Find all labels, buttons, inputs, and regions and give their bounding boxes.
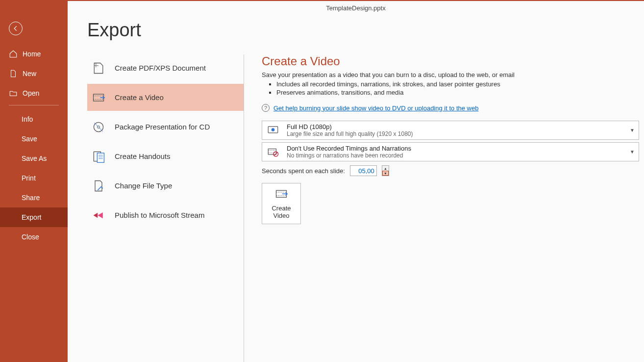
create-btn-line2: Video [272, 212, 291, 219]
create-video-icon [273, 188, 289, 202]
sidebar-label: Open [23, 89, 39, 97]
video-quality-dropdown[interactable]: Full HD (1080p) Large file size and full… [262, 121, 639, 140]
seconds-spinner: ▲ ▼ [382, 165, 389, 176]
create-btn-line1: Create [272, 205, 291, 212]
create-video-button[interactable]: Create Video [262, 183, 301, 224]
video-icon [91, 90, 106, 105]
chevron-down-icon: ▼ [630, 149, 635, 155]
page-title: Export [87, 20, 644, 41]
back-button[interactable] [9, 22, 23, 35]
pdf-icon [91, 61, 106, 76]
sidebar-save-as[interactable]: Save As [0, 149, 68, 168]
sidebar-label: Save As [22, 155, 47, 162]
spin-up[interactable]: ▲ [382, 166, 389, 171]
sidebar-separator [9, 105, 59, 105]
export-option-video[interactable]: Create a Video [87, 84, 244, 111]
new-doc-icon [9, 69, 18, 78]
chevron-down-icon: ▼ [630, 128, 635, 133]
handouts-icon [91, 149, 106, 164]
dropdown-title: Don't Use Recorded Timings and Narration… [287, 145, 623, 152]
sidebar-label: Close [22, 233, 39, 241]
export-option-stream[interactable]: Publish to Microsoft Stream [87, 202, 244, 229]
export-option-change-type[interactable]: Change File Type [87, 172, 244, 199]
export-option-label: Create a Video [115, 93, 164, 102]
sidebar-export[interactable]: Export [0, 207, 68, 227]
seconds-label: Seconds spent on each slide: [262, 167, 345, 175]
detail-bullet: Preserves animations, transitions, and m… [276, 89, 639, 96]
no-timings-icon [266, 145, 280, 159]
sidebar-share[interactable]: Share [0, 188, 68, 207]
svg-rect-4 [97, 153, 104, 162]
detail-bullet: Includes all recorded timings, narration… [276, 80, 639, 88]
sidebar-label: Print [22, 174, 36, 182]
sidebar-open[interactable]: Open [0, 83, 68, 103]
backstage-sidebar: Home New Open Info Save Save As Print Sh… [0, 0, 68, 362]
timings-dropdown[interactable]: Don't Use Recorded Timings and Narration… [262, 142, 639, 161]
help-link[interactable]: Get help burning your slide show video t… [273, 104, 478, 112]
sidebar-label: Export [22, 213, 41, 221]
sidebar-label: Share [22, 194, 40, 202]
window-title: TemplateDesign.pptx [326, 4, 385, 12]
dropdown-desc: No timings or narrations have been recor… [287, 152, 623, 159]
export-option-label: Publish to Microsoft Stream [115, 211, 204, 219]
arrow-left-icon [12, 25, 19, 32]
export-option-handouts[interactable]: Create Handouts [87, 143, 244, 170]
sidebar-label: Home [23, 50, 41, 58]
seconds-input[interactable] [350, 165, 377, 176]
sidebar-label: Save [22, 135, 37, 143]
detail-subtitle: Save your presentation as a video that y… [262, 71, 639, 78]
sidebar-info[interactable]: Info [0, 109, 68, 129]
detail-bullets: Includes all recorded timings, narration… [262, 80, 639, 96]
export-option-label: Create Handouts [115, 152, 170, 160]
dropdown-title: Full HD (1080p) [287, 123, 623, 130]
help-icon: ? [262, 104, 270, 112]
home-icon [9, 50, 18, 58]
sidebar-close[interactable]: Close [0, 227, 68, 247]
cd-icon [91, 120, 106, 134]
export-option-label: Create PDF/XPS Document [115, 64, 206, 72]
sidebar-home[interactable]: Home [0, 44, 68, 64]
export-options-list: Create PDF/XPS Document Create a Video [87, 54, 244, 362]
dropdown-desc: Large file size and full high quality (1… [287, 130, 623, 137]
sidebar-save[interactable]: Save [0, 129, 68, 149]
open-folder-icon [9, 89, 18, 98]
filetype-icon [91, 179, 106, 193]
stream-icon [91, 208, 106, 223]
window-title-bar: TemplateDesign.pptx [68, 0, 644, 15]
sidebar-print[interactable]: Print [0, 168, 68, 188]
sidebar-label: New [23, 70, 36, 78]
export-option-label: Package Presentation for CD [115, 123, 210, 131]
monitor-icon [266, 124, 280, 137]
sidebar-label: Info [22, 115, 33, 123]
export-detail-pane: Create a Video Save your presentation as… [244, 54, 644, 362]
sidebar-new[interactable]: New [0, 64, 68, 83]
spin-down[interactable]: ▼ [382, 171, 389, 176]
export-option-pdf[interactable]: Create PDF/XPS Document [87, 54, 244, 81]
svg-point-6 [272, 128, 275, 131]
export-option-label: Change File Type [115, 181, 172, 190]
export-option-package-cd[interactable]: Package Presentation for CD [87, 113, 244, 140]
detail-title: Create a Video [262, 54, 639, 68]
